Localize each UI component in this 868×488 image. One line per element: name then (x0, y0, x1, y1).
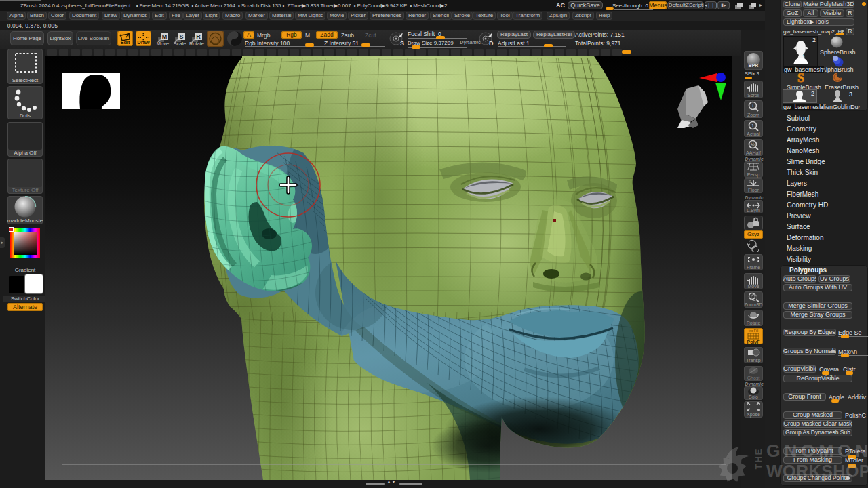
svg-text:BPR: BPR (749, 63, 759, 68)
svg-text:≡: ≡ (749, 180, 751, 184)
svg-text:+: + (751, 104, 754, 108)
svg-text:1: 1 (751, 123, 754, 128)
svg-text:R: R (196, 33, 201, 40)
svg-text:½: ½ (751, 142, 755, 147)
svg-text:Ins Fill: Ins Fill (749, 329, 758, 333)
svg-text:PolyF: PolyF (747, 340, 760, 344)
svg-text:M: M (162, 33, 167, 40)
svg-text:S: S (797, 72, 804, 84)
svg-text:S: S (179, 33, 183, 40)
svg-text:D: D (489, 40, 494, 47)
svg-text:S: S (400, 40, 404, 47)
